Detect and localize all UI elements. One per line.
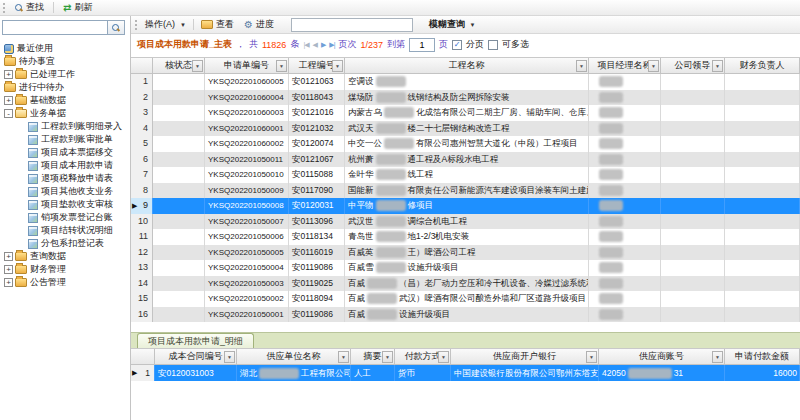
cell-project-manager[interactable]: [589, 245, 661, 261]
cell-order-no[interactable]: YKSQ202201050005: [205, 245, 289, 261]
row-number[interactable]: 16: [131, 307, 153, 323]
cell-status[interactable]: [153, 276, 205, 292]
cell-project-code[interactable]: 安0120031: [289, 198, 345, 214]
filter-icon[interactable]: ▼: [276, 60, 287, 72]
cell-project-code[interactable]: 安0121063: [289, 74, 345, 90]
cell-project-manager[interactable]: [589, 90, 661, 106]
cell-company-leader[interactable]: [661, 260, 725, 276]
table-row[interactable]: 1▶安0120031003湖北工程有限公司人工货币中国建设银行股份有限公司鄂州东…: [131, 365, 800, 381]
cell-supplier-account[interactable]: 4205031: [599, 365, 725, 381]
tree-item[interactable]: 进行中待办: [2, 81, 128, 94]
next-page-button[interactable]: ▶: [321, 41, 325, 49]
cell-company-leader[interactable]: [661, 90, 725, 106]
cell-project-manager[interactable]: [589, 214, 661, 230]
row-number[interactable]: 7: [131, 167, 153, 183]
filter-icon[interactable]: ▼: [224, 351, 235, 363]
cell-finance-owner[interactable]: [725, 152, 800, 168]
cell-project-code[interactable]: 安0116019: [289, 245, 345, 261]
cell-supplier-bank[interactable]: 中国建设银行股份有限公司鄂州东塔支行: [451, 365, 599, 381]
cell-project-code[interactable]: 安0115088: [289, 167, 345, 183]
expand-icon[interactable]: +: [4, 252, 13, 261]
expand-icon[interactable]: +: [4, 70, 13, 79]
cell-contract-no[interactable]: 安0120031003: [155, 365, 237, 381]
table-row[interactable]: 4YKSQ202201060001安0121032武汉天楼二十七层钢结构改造工程: [131, 121, 800, 137]
cell-company-leader[interactable]: [661, 291, 725, 307]
prev-page-button[interactable]: ◀: [313, 41, 317, 49]
cell-project-manager[interactable]: [589, 105, 661, 121]
expand-icon[interactable]: +: [4, 265, 13, 274]
tree-item[interactable]: 销项发票登记台账: [2, 211, 128, 224]
cell-project-name[interactable]: 金叶华线工程: [345, 167, 589, 183]
cell-finance-owner[interactable]: [725, 260, 800, 276]
cell-finance-owner[interactable]: [725, 90, 800, 106]
cell-project-code[interactable]: 安0113096: [289, 214, 345, 230]
row-number[interactable]: 14: [131, 276, 153, 292]
cell-order-no[interactable]: YKSQ202201050008: [205, 198, 289, 214]
fuzzy-query-button[interactable]: 模糊查询 ▼: [429, 18, 475, 31]
row-number[interactable]: 1▶: [131, 365, 155, 381]
tree-item[interactable]: 最近使用: [2, 42, 128, 55]
cell-project-manager[interactable]: [589, 291, 661, 307]
cell-company-leader[interactable]: [661, 167, 725, 183]
tree-item[interactable]: 项目成本票据移交: [2, 146, 128, 159]
cell-finance-owner[interactable]: [725, 183, 800, 199]
cell-order-no[interactable]: YKSQ202201050009: [205, 183, 289, 199]
cell-project-code[interactable]: 安0119025: [289, 276, 345, 292]
cell-project-manager[interactable]: [589, 198, 661, 214]
cell-status[interactable]: [153, 291, 205, 307]
cell-company-leader[interactable]: [661, 121, 725, 137]
cell-status[interactable]: [153, 183, 205, 199]
cell-status[interactable]: [153, 307, 205, 323]
tree-item[interactable]: +查询数据: [2, 250, 128, 263]
tree-item[interactable]: -业务单据: [2, 107, 128, 120]
cell-company-leader[interactable]: [661, 183, 725, 199]
cell-project-name[interactable]: 百威雪设施升级项目: [345, 260, 589, 276]
cell-pay-method[interactable]: 货币: [395, 365, 451, 381]
cell-order-no[interactable]: YKSQ202201050002: [205, 291, 289, 307]
cell-company-leader[interactable]: [661, 214, 725, 230]
row-number[interactable]: 13: [131, 260, 153, 276]
cell-status[interactable]: [153, 74, 205, 90]
filter-icon[interactable]: ▼: [576, 60, 587, 72]
cell-project-name[interactable]: 杭州萧通工程及A标段水电工程: [345, 152, 589, 168]
cell-company-leader[interactable]: [661, 74, 725, 90]
cell-finance-owner[interactable]: [725, 74, 800, 90]
action-menu-button[interactable]: 操作(A) ▼: [140, 18, 191, 32]
cell-project-name[interactable]: 空调设: [345, 74, 589, 90]
row-number[interactable]: 15: [131, 291, 153, 307]
tree-item[interactable]: +公告管理: [2, 276, 128, 289]
cell-project-name[interactable]: 百威（昌）老厂动力空压和冷干机设备、冷媒过滤系统和蒸发…: [345, 276, 589, 292]
row-number[interactable]: 6: [131, 152, 153, 168]
table-row[interactable]: 8YKSQ202201050009安0117090国能新有限责任公司新能源汽车建…: [131, 183, 800, 199]
cell-project-manager[interactable]: [589, 74, 661, 90]
cell-project-name[interactable]: 内蒙古乌化成箔有限公司二期主厂房、辅助车间、仓库、水处…: [345, 105, 589, 121]
filter-icon[interactable]: ▼: [648, 60, 659, 72]
cell-supplier-name[interactable]: 湖北工程有限公司: [237, 365, 351, 381]
tree-item[interactable]: +已处理工作: [2, 68, 128, 81]
cell-finance-owner[interactable]: [725, 105, 800, 121]
cell-project-manager[interactable]: [589, 136, 661, 152]
cell-status[interactable]: [153, 260, 205, 276]
cell-project-manager[interactable]: [589, 276, 661, 292]
cell-project-name[interactable]: 煤场防线钢结构及防尘网拆除安装: [345, 90, 589, 106]
row-number[interactable]: 9▶: [131, 198, 153, 214]
cell-status[interactable]: [153, 198, 205, 214]
fuzzy-search-input[interactable]: [291, 18, 413, 32]
table-row[interactable]: 7YKSQ202201050010安0115088金叶华线工程: [131, 167, 800, 183]
row-number[interactable]: 5: [131, 136, 153, 152]
table-row[interactable]: 13YKSQ202201050004安0119086百威雪设施升级项目: [131, 260, 800, 276]
tree-item[interactable]: 待办事宜: [2, 55, 128, 68]
cell-project-code[interactable]: 安0121067: [289, 152, 345, 168]
sidebar-search-input[interactable]: [2, 20, 108, 35]
table-row[interactable]: 11YKSQ202201050006安0118134青岛世地1-2/3机电安装: [131, 229, 800, 245]
tree-item[interactable]: 项目其他收支业务: [2, 185, 128, 198]
tree-item[interactable]: 分包系扣登记表: [2, 237, 128, 250]
find-button[interactable]: 查找: [10, 1, 49, 15]
cell-project-code[interactable]: 安0121032: [289, 121, 345, 137]
tree-item[interactable]: +基础数据: [2, 94, 128, 107]
cell-project-code[interactable]: 安0120074: [289, 136, 345, 152]
filter-icon[interactable]: ▼: [712, 351, 723, 363]
cell-finance-owner[interactable]: [725, 245, 800, 261]
cell-project-name[interactable]: 国能新有限责任公司新能源汽车建设项目涂装车间土建施工…: [345, 183, 589, 199]
collapse-icon[interactable]: -: [4, 109, 13, 118]
